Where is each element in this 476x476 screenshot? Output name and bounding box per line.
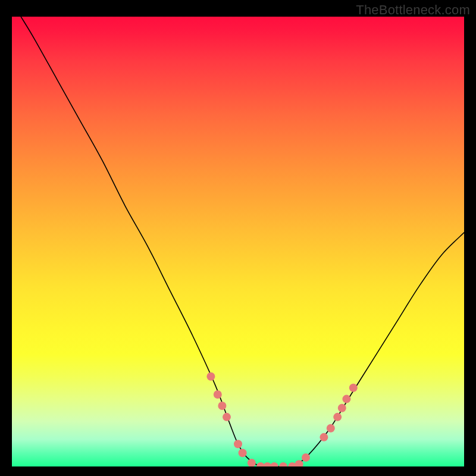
curve-marker <box>239 449 247 457</box>
watermark-text: TheBottleneck.com <box>356 2 470 18</box>
curve-marker <box>270 462 278 466</box>
curve-marker <box>333 413 342 421</box>
curve-svg <box>12 17 464 466</box>
bottleneck-curve <box>21 17 464 466</box>
curve-marker <box>223 413 231 421</box>
curve-marker <box>342 395 350 403</box>
curve-markers <box>206 372 357 466</box>
plot-area <box>12 17 464 466</box>
curve-marker <box>338 404 346 412</box>
curve-marker <box>327 424 335 433</box>
curve-marker <box>279 462 287 466</box>
curve-marker <box>234 440 242 448</box>
curve-marker <box>302 453 310 462</box>
curve-marker <box>218 402 226 410</box>
curve-marker <box>248 459 256 466</box>
curve-marker <box>206 372 215 381</box>
curve-marker <box>349 384 358 392</box>
curve-marker <box>214 390 222 399</box>
curve-marker <box>320 433 328 441</box>
chart-container: TheBottleneck.com <box>0 0 476 476</box>
